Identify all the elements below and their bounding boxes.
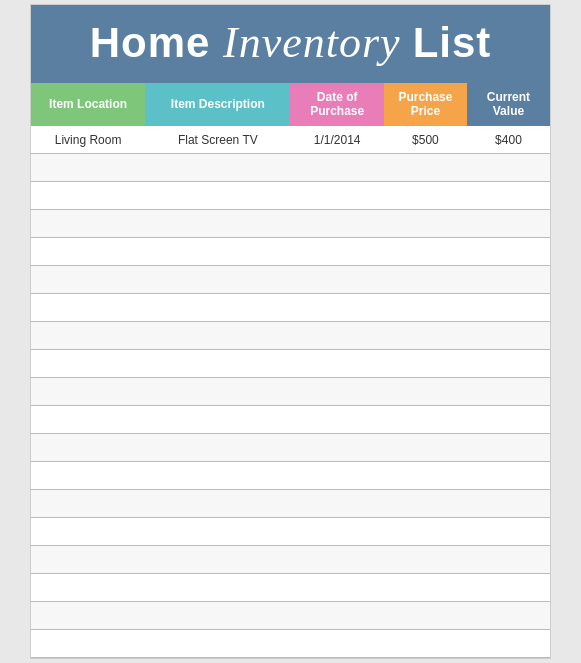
cell-location <box>31 406 145 434</box>
cell-current_value <box>467 210 550 238</box>
cell-purchase_price <box>384 546 467 574</box>
cell-date <box>290 462 383 490</box>
cell-location <box>31 322 145 350</box>
cell-date <box>290 518 383 546</box>
cell-purchase_price <box>384 210 467 238</box>
cell-date <box>290 630 383 658</box>
cell-purchase_price <box>384 350 467 378</box>
cell-date <box>290 546 383 574</box>
cell-description <box>145 490 290 518</box>
title-list: List <box>413 19 492 66</box>
col-header-purchase-price: PurchasePrice <box>384 83 467 126</box>
cell-location <box>31 154 145 182</box>
table-row <box>31 210 550 238</box>
table-row <box>31 434 550 462</box>
table-row <box>31 602 550 630</box>
cell-location <box>31 518 145 546</box>
table-row <box>31 490 550 518</box>
cell-date <box>290 350 383 378</box>
table-wrapper: Item Location Item Description Date ofPu… <box>31 83 550 658</box>
cell-location <box>31 266 145 294</box>
table-row <box>31 266 550 294</box>
cell-current_value <box>467 574 550 602</box>
table-row: Living RoomFlat Screen TV1/1/2014$500$40… <box>31 126 550 154</box>
cell-description <box>145 322 290 350</box>
cell-current_value <box>467 154 550 182</box>
table-row <box>31 294 550 322</box>
title-inventory: Inventory <box>223 18 413 67</box>
table-row <box>31 238 550 266</box>
cell-current_value <box>467 266 550 294</box>
table-row <box>31 378 550 406</box>
cell-current_value <box>467 350 550 378</box>
cell-description <box>145 350 290 378</box>
cell-purchase_price <box>384 154 467 182</box>
cell-current_value: $400 <box>467 126 550 154</box>
col-header-date: Date ofPurchase <box>290 83 383 126</box>
cell-description <box>145 462 290 490</box>
table-row <box>31 574 550 602</box>
cell-current_value <box>467 518 550 546</box>
cell-date <box>290 490 383 518</box>
cell-location <box>31 602 145 630</box>
cell-purchase_price <box>384 518 467 546</box>
cell-location <box>31 182 145 210</box>
cell-description: Flat Screen TV <box>145 126 290 154</box>
table-row <box>31 630 550 658</box>
cell-location <box>31 434 145 462</box>
table-row <box>31 154 550 182</box>
cell-purchase_price <box>384 406 467 434</box>
cell-current_value <box>467 406 550 434</box>
title-home: Home <box>90 19 223 66</box>
page-title: Home Inventory List <box>51 19 530 67</box>
cell-current_value <box>467 630 550 658</box>
cell-description <box>145 406 290 434</box>
cell-purchase_price <box>384 630 467 658</box>
cell-current_value <box>467 238 550 266</box>
cell-purchase_price <box>384 574 467 602</box>
inventory-table: Item Location Item Description Date ofPu… <box>31 83 550 658</box>
cell-purchase_price <box>384 322 467 350</box>
cell-description <box>145 210 290 238</box>
table-body: Living RoomFlat Screen TV1/1/2014$500$40… <box>31 126 550 658</box>
cell-purchase_price <box>384 602 467 630</box>
cell-current_value <box>467 434 550 462</box>
cell-current_value <box>467 546 550 574</box>
cell-date <box>290 294 383 322</box>
cell-date <box>290 406 383 434</box>
cell-location <box>31 350 145 378</box>
cell-location <box>31 238 145 266</box>
cell-purchase_price <box>384 294 467 322</box>
cell-date <box>290 602 383 630</box>
cell-date <box>290 210 383 238</box>
cell-date <box>290 434 383 462</box>
inventory-page: Home Inventory List Item Location Item D… <box>30 4 551 660</box>
cell-location <box>31 378 145 406</box>
cell-purchase_price <box>384 434 467 462</box>
cell-current_value <box>467 378 550 406</box>
cell-current_value <box>467 294 550 322</box>
table-row <box>31 350 550 378</box>
cell-current_value <box>467 322 550 350</box>
cell-purchase_price <box>384 462 467 490</box>
col-header-current-value: CurrentValue <box>467 83 550 126</box>
table-row <box>31 406 550 434</box>
cell-current_value <box>467 462 550 490</box>
cell-date: 1/1/2014 <box>290 126 383 154</box>
cell-purchase_price <box>384 182 467 210</box>
table-row <box>31 546 550 574</box>
cell-purchase_price: $500 <box>384 126 467 154</box>
col-header-description: Item Description <box>145 83 290 126</box>
cell-date <box>290 574 383 602</box>
cell-date <box>290 238 383 266</box>
cell-description <box>145 518 290 546</box>
cell-location <box>31 630 145 658</box>
table-row <box>31 518 550 546</box>
table-row <box>31 462 550 490</box>
cell-date <box>290 322 383 350</box>
col-header-location: Item Location <box>31 83 145 126</box>
cell-date <box>290 154 383 182</box>
cell-location <box>31 490 145 518</box>
cell-purchase_price <box>384 490 467 518</box>
cell-description <box>145 546 290 574</box>
